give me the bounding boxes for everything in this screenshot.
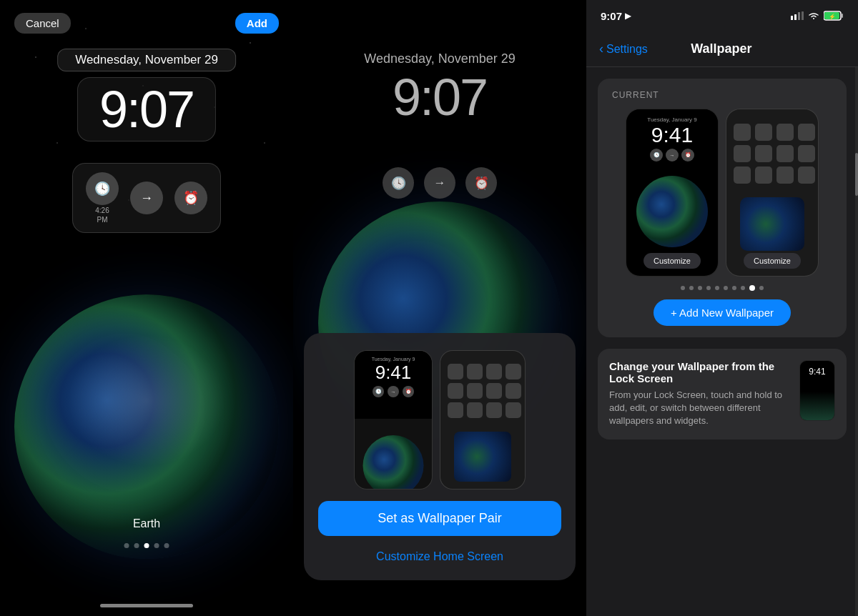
thumb-alarm-icon: ⏰ bbox=[681, 149, 694, 162]
add-button[interactable]: Add bbox=[235, 13, 279, 34]
customize-lock-button[interactable]: Customize bbox=[644, 253, 701, 269]
cancel-button[interactable]: Cancel bbox=[14, 13, 71, 34]
mid-alarm-icon: ⏰ bbox=[465, 167, 497, 199]
home-icon-8 bbox=[506, 383, 521, 399]
scrollbar-track[interactable] bbox=[855, 67, 858, 616]
tips-phone-wallpaper-bar bbox=[800, 392, 834, 420]
signal-icon bbox=[791, 11, 804, 20]
thumb-clock-icon: 🕓 bbox=[650, 149, 663, 162]
clock-time: 4:26 bbox=[95, 207, 109, 214]
pd-3 bbox=[698, 286, 702, 290]
dot-4 bbox=[154, 543, 159, 548]
earth-label: Earth bbox=[133, 517, 160, 530]
page-indicator-left bbox=[124, 543, 169, 548]
lock-mini-widgets: 🕓 → ⏰ bbox=[373, 386, 414, 397]
set-wallpaper-pair-button[interactable]: Set as Wallpaper Pair bbox=[318, 501, 561, 536]
preview-phones-container: Tuesday, January 9 9:41 🕓 → ⏰ bbox=[354, 350, 526, 490]
dot-1 bbox=[124, 543, 129, 548]
back-button[interactable]: ‹ Settings bbox=[599, 41, 648, 56]
status-time: 9:07 ▶ bbox=[601, 10, 631, 22]
dot-2 bbox=[134, 543, 139, 548]
thumb-lock-date: Tuesday, January 9 bbox=[647, 116, 696, 123]
home-icon-12 bbox=[506, 402, 521, 418]
lock-screen-mini-preview: Tuesday, January 9 9:41 🕓 → ⏰ bbox=[354, 350, 433, 490]
pd-7 bbox=[732, 286, 736, 290]
lock-screen-time: 9:07 bbox=[99, 84, 194, 135]
home-screen-thumbnail[interactable]: Customize bbox=[726, 109, 819, 277]
lock-mini-top: Tuesday, January 9 9:41 🕓 → ⏰ bbox=[355, 351, 432, 419]
dot-3-active bbox=[144, 543, 149, 548]
add-new-wallpaper-button[interactable]: + Add New Wallpaper bbox=[654, 299, 791, 326]
pd-8 bbox=[741, 286, 745, 290]
thumb-widgets: 🕓 → ⏰ bbox=[650, 149, 694, 162]
clock-icon: 🕓 bbox=[86, 172, 119, 205]
wallpaper-thumbnails: Tuesday, January 9 9:41 🕓 → ⏰ Customize bbox=[609, 109, 835, 277]
tips-text-content: Change your Wallpaper from the Lock Scre… bbox=[609, 360, 791, 428]
location-icon: ▶ bbox=[625, 11, 631, 21]
left-lock-screen-panel: Cancel Add Wednesday, November 29 9:07 🕓… bbox=[0, 0, 293, 616]
alarm-widget: ⏰ bbox=[174, 182, 207, 214]
home-icon-6 bbox=[467, 383, 483, 399]
svg-rect-2 bbox=[798, 12, 800, 20]
middle-home-screen-panel: Wednesday, November 29 9:07 🕓 → ⏰ Tuesda… bbox=[293, 0, 586, 616]
pd-1 bbox=[681, 286, 685, 290]
customize-home-screen-button[interactable]: Customize Home Screen bbox=[373, 547, 506, 566]
scrollbar-thumb[interactable] bbox=[855, 153, 858, 196]
middle-lock-date: Wednesday, November 29 bbox=[364, 51, 515, 66]
thumb-arrow-icon: → bbox=[666, 149, 679, 162]
svg-rect-0 bbox=[791, 16, 793, 20]
wallpaper-settings-content[interactable]: CURRENT Tuesday, January 9 9:41 🕓 → ⏰ bbox=[586, 67, 858, 616]
lock-screen-widgets: 🕓 4:26 PM → ⏰ bbox=[72, 163, 221, 233]
customize-home-button[interactable]: Customize bbox=[744, 253, 801, 269]
th-icon-6 bbox=[755, 145, 772, 162]
pd-9-active bbox=[749, 285, 755, 291]
lock-mini-time: 9:41 bbox=[375, 362, 412, 384]
pd-10 bbox=[759, 286, 764, 290]
home-indicator-left bbox=[100, 604, 193, 607]
svg-rect-6 bbox=[842, 14, 843, 18]
page-title: Wallpaper bbox=[691, 41, 751, 56]
arrow-widget: → bbox=[130, 182, 163, 214]
thumb-home-earth bbox=[740, 197, 804, 251]
dot-5 bbox=[164, 543, 169, 548]
th-icon-7 bbox=[776, 145, 794, 162]
svg-rect-1 bbox=[794, 14, 797, 20]
home-icon-1 bbox=[448, 364, 463, 379]
svg-text:⚡: ⚡ bbox=[829, 13, 836, 20]
pd-4 bbox=[706, 286, 711, 290]
home-icons-grid bbox=[440, 351, 525, 424]
settings-back-label: Settings bbox=[606, 43, 648, 56]
home-icon-10 bbox=[467, 402, 483, 418]
mini-alarm-icon: ⏰ bbox=[403, 386, 414, 397]
wallpaper-action-overlay: Tuesday, January 9 9:41 🕓 → ⏰ bbox=[304, 333, 576, 580]
thumb-lock-time: 9:41 bbox=[651, 123, 693, 147]
th-icon-1 bbox=[734, 124, 751, 141]
status-icons: ⚡ bbox=[791, 11, 844, 21]
mid-clock-icon: 🕓 bbox=[383, 167, 414, 199]
thumb-earth bbox=[636, 176, 708, 247]
tips-phone-time: 9:41 bbox=[800, 361, 834, 377]
arrow-icon: → bbox=[130, 182, 163, 214]
middle-widgets-row: 🕓 → ⏰ bbox=[383, 167, 497, 199]
lock-mini-earth bbox=[363, 435, 424, 490]
status-bar: 9:07 ▶ ⚡ bbox=[586, 0, 858, 31]
home-icon-9 bbox=[448, 402, 463, 418]
th-icon-4 bbox=[798, 124, 815, 141]
lock-screen-thumb-container: Tuesday, January 9 9:41 🕓 → ⏰ Customize bbox=[626, 109, 719, 277]
lock-mini-date: Tuesday, January 9 bbox=[372, 357, 415, 362]
chevron-left-icon: ‹ bbox=[599, 41, 603, 56]
th-icon-10 bbox=[755, 167, 772, 184]
battery-icon: ⚡ bbox=[824, 11, 844, 21]
th-icon-5 bbox=[734, 145, 751, 162]
settings-wallpaper-panel: 9:07 ▶ ⚡ ‹ S bbox=[586, 0, 858, 616]
alarm-icon: ⏰ bbox=[174, 182, 207, 214]
clock-ampm: PM bbox=[97, 216, 108, 224]
th-icon-12 bbox=[798, 167, 815, 184]
lock-screen-thumbnail[interactable]: Tuesday, January 9 9:41 🕓 → ⏰ Customize bbox=[626, 109, 719, 277]
th-icon-3 bbox=[776, 124, 794, 141]
th-icon-9 bbox=[734, 167, 751, 184]
mid-arrow-icon: → bbox=[424, 167, 455, 199]
home-icon-2 bbox=[467, 364, 483, 379]
nav-bar: ‹ Settings Wallpaper bbox=[586, 31, 858, 67]
wifi-icon bbox=[808, 11, 819, 20]
